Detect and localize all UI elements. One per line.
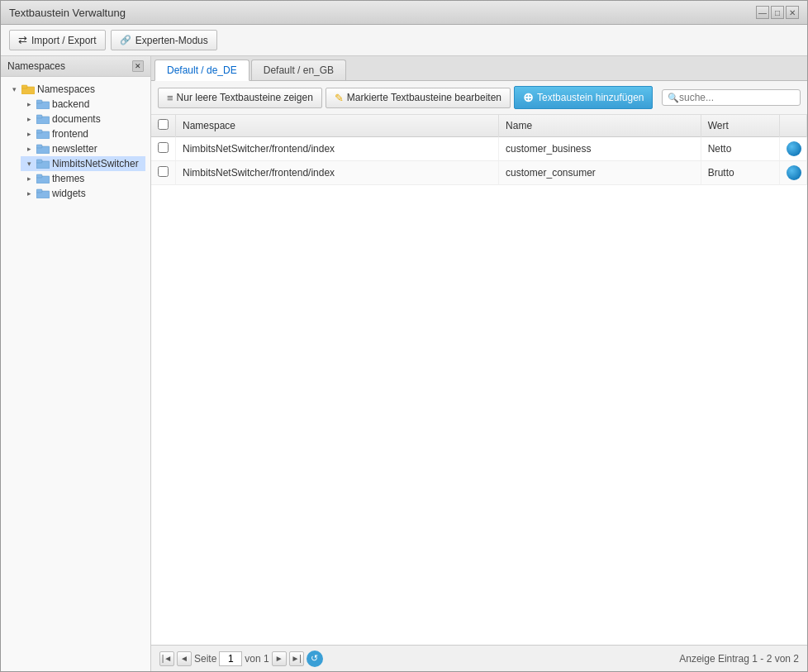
main-window: Textbaustein Verwaltung — □ ✕ ⇄ Import /…: [0, 0, 808, 672]
nimbits-folder-icon: [36, 159, 50, 169]
expert-mode-label: Experten-Modus: [135, 35, 208, 46]
header-action-col: [780, 115, 807, 137]
expert-mode-button[interactable]: 🔗 Experten-Modus: [111, 30, 217, 50]
backend-folder-icon: [36, 99, 50, 109]
sidebar-item-backend[interactable]: ▸ backend: [21, 97, 145, 112]
pagination-status: Anzeige Eintrag 1 - 2 von 2: [679, 653, 799, 665]
of-label: von 1: [245, 653, 269, 665]
row-checkbox[interactable]: [158, 142, 169, 153]
row-name: customer_business: [499, 137, 701, 161]
show-empty-button[interactable]: ≡ Nur leere Textbausteine zeigen: [158, 88, 322, 108]
table-row: NimbitsNetSwitcher/frontend/index custom…: [151, 161, 807, 185]
main-toolbar: ⇄ Import / Export 🔗 Experten-Modus: [1, 25, 807, 56]
first-page-button[interactable]: |◄: [159, 651, 174, 666]
content-area: Default / de_DE Default / en_GB ≡ Nur le…: [151, 56, 807, 671]
page-label: Seite: [194, 653, 216, 665]
show-empty-label: Nur leere Textbausteine zeigen: [177, 92, 313, 103]
search-icon: 🔍: [668, 93, 679, 103]
sidebar-item-frontend[interactable]: ▸ frontend: [21, 126, 145, 141]
tab-en-gb-label: Default / en_GB: [264, 64, 334, 76]
restore-button[interactable]: □: [771, 6, 784, 19]
sidebar-item-newsletter[interactable]: ▸ newsletter: [21, 141, 145, 156]
themes-folder-icon: [36, 174, 50, 183]
tree-root-namespaces[interactable]: ▾ Namespaces: [6, 82, 145, 97]
edit-marked-button[interactable]: ✎ Markierte Textbausteine bearbeiten: [326, 88, 511, 108]
svg-rect-15: [36, 189, 42, 193]
row-value: Brutto: [701, 161, 779, 185]
root-namespaces-label: Namespaces: [37, 83, 95, 95]
newsletter-folder-icon: [36, 144, 50, 154]
tree-root: ▾ Namespaces ▸: [1, 80, 150, 203]
backend-expand-icon: ▸: [24, 99, 34, 109]
next-page-button[interactable]: ►: [272, 651, 287, 666]
documents-folder-icon: [36, 114, 50, 124]
newsletter-expand-icon: ▸: [24, 144, 34, 154]
row-checkbox[interactable]: [158, 166, 169, 177]
search-input[interactable]: [679, 92, 795, 103]
window-title: Textbaustein Verwaltung: [9, 7, 126, 19]
import-export-button[interactable]: ⇄ Import / Export: [9, 30, 106, 50]
expert-mode-icon: 🔗: [120, 35, 131, 45]
row-checkbox-col: [151, 161, 176, 185]
tab-bar: Default / de_DE Default / en_GB: [151, 56, 807, 81]
close-button[interactable]: ✕: [786, 6, 799, 19]
frontend-label: frontend: [52, 128, 88, 140]
svg-rect-1: [21, 85, 27, 88]
widgets-expand-icon: ▸: [24, 188, 34, 198]
themes-label: themes: [52, 173, 84, 184]
minimize-button[interactable]: —: [756, 6, 769, 19]
data-table: Namespace Name Wert: [151, 115, 807, 185]
newsletter-label: newsletter: [52, 143, 97, 155]
globe-icon[interactable]: [787, 141, 801, 156]
table-header-row: Namespace Name Wert: [151, 115, 807, 137]
select-all-checkbox[interactable]: [158, 119, 169, 130]
frontend-folder-icon: [36, 129, 50, 139]
header-namespace: Namespace: [176, 115, 499, 137]
sidebar-close-button[interactable]: ✕: [132, 60, 144, 72]
last-page-button[interactable]: ►|: [289, 651, 304, 666]
svg-rect-3: [36, 100, 42, 103]
sidebar-item-documents[interactable]: ▸ documents: [21, 112, 145, 126]
tab-en-gb[interactable]: Default / en_GB: [251, 60, 346, 80]
header-name: Name: [499, 115, 701, 137]
row-namespace: NimbitsNetSwitcher/frontend/index: [176, 161, 499, 185]
pagination-left: |◄ ◄ Seite von 1 ► ►| ↺: [159, 651, 323, 667]
prev-page-button[interactable]: ◄: [177, 651, 192, 666]
add-textbaustein-button[interactable]: ⊕ Textbaustein hinzufügen: [514, 86, 653, 109]
action-bar: ≡ Nur leere Textbausteine zeigen ✎ Marki…: [151, 81, 807, 115]
svg-rect-7: [36, 130, 42, 133]
expand-icon: ▾: [9, 84, 19, 94]
row-checkbox-col: [151, 137, 176, 161]
header-value: Wert: [701, 115, 779, 137]
sidebar-item-widgets[interactable]: ▸ widgets: [21, 186, 145, 201]
pencil-icon: ✎: [335, 92, 344, 104]
sidebar-item-themes[interactable]: ▸ themes: [21, 171, 145, 186]
backend-label: backend: [52, 98, 89, 110]
widgets-label: widgets: [52, 188, 86, 199]
frontend-expand-icon: ▸: [24, 129, 34, 139]
header-checkbox-col: [151, 115, 176, 137]
svg-rect-5: [36, 115, 42, 118]
svg-rect-13: [36, 174, 42, 178]
tab-de-de-label: Default / de_DE: [167, 64, 237, 76]
edit-marked-label: Markierte Textbausteine bearbeiten: [347, 92, 501, 103]
filter-icon: ≡: [167, 92, 173, 104]
root-folder-icon: [21, 84, 35, 94]
page-number-input[interactable]: [219, 651, 242, 666]
globe-icon[interactable]: [787, 165, 801, 180]
row-name: customer_consumer: [499, 161, 701, 185]
svg-rect-9: [36, 145, 42, 148]
tab-de-de[interactable]: Default / de_DE: [154, 60, 250, 81]
documents-label: documents: [52, 113, 101, 125]
sidebar-item-nimbits[interactable]: ▾ NimbitsNetSwitcher: [21, 156, 145, 171]
table-row: NimbitsNetSwitcher/frontend/index custom…: [151, 137, 807, 161]
sidebar-header: Namespaces ✕: [1, 56, 150, 77]
row-namespace: NimbitsNetSwitcher/frontend/index: [176, 137, 499, 161]
add-icon: ⊕: [523, 90, 534, 105]
import-export-label: Import / Export: [31, 35, 97, 46]
titlebar: Textbaustein Verwaltung — □ ✕: [1, 1, 807, 25]
search-box: 🔍: [662, 89, 801, 106]
main-content: Namespaces ✕ ▾ Namespaces: [1, 56, 807, 671]
refresh-button[interactable]: ↺: [307, 651, 323, 667]
window-controls: — □ ✕: [756, 6, 799, 19]
